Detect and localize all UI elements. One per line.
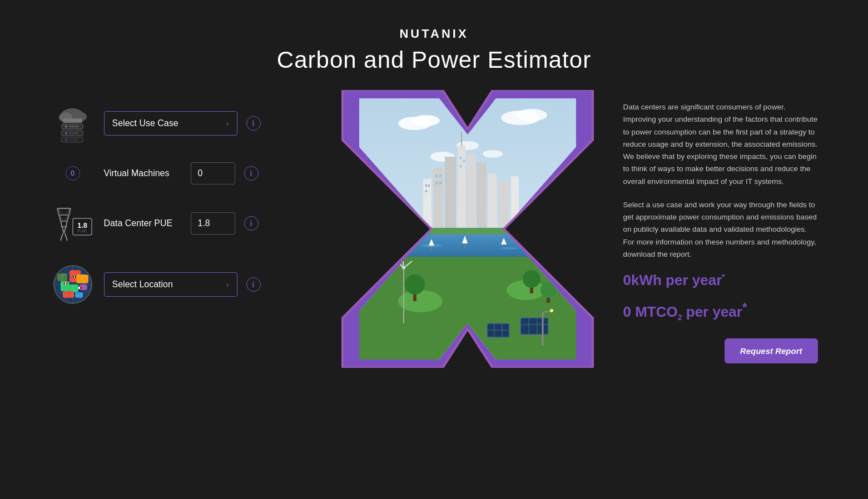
pue-icon-container: 1.8 PUE	[51, 201, 95, 246]
svg-rect-43	[65, 282, 66, 285]
header: NUTANIX Carbon and Power Estimator	[277, 0, 591, 84]
svg-point-92	[405, 275, 425, 295]
pue-tower-icon: 1.8 PUE	[52, 203, 93, 244]
center-graphic	[329, 90, 607, 368]
pue-label: Data Center PUE	[104, 218, 182, 228]
svg-rect-67	[498, 182, 509, 229]
use-case-info-button[interactable]: i	[246, 116, 261, 131]
svg-point-94	[523, 270, 540, 288]
vm-label: Virtual Machines	[104, 168, 182, 178]
svg-rect-70	[425, 184, 427, 187]
svg-line-24	[65, 233, 67, 241]
svg-rect-76	[439, 182, 442, 184]
svg-point-5	[65, 125, 67, 127]
svg-point-90	[398, 290, 443, 312]
svg-point-8	[65, 132, 67, 134]
vm-input[interactable]	[191, 162, 235, 184]
description-1: Data centers are significant consumers o…	[623, 101, 818, 188]
svg-rect-98	[520, 318, 548, 335]
svg-point-56	[516, 109, 547, 121]
mtco2-value: 0 MTCO2 per year*	[623, 303, 747, 320]
svg-rect-79	[460, 165, 462, 168]
svg-point-11	[65, 138, 67, 141]
location-info-button[interactable]: i	[246, 277, 261, 292]
svg-rect-97	[547, 298, 550, 303]
mtco2-suffix: per year	[682, 303, 742, 320]
request-report-button[interactable]: Request Report	[725, 338, 818, 363]
svg-rect-71	[428, 184, 430, 187]
main-content: Select Use Case › i 0 Virtual Machines i	[0, 84, 868, 368]
svg-rect-93	[413, 295, 416, 301]
mtco2-sup: *	[742, 300, 747, 314]
svg-rect-64	[467, 154, 475, 229]
svg-rect-3	[63, 118, 82, 123]
svg-rect-78	[463, 159, 465, 162]
svg-rect-72	[425, 190, 427, 192]
svg-rect-33	[76, 275, 88, 283]
svg-rect-66	[488, 173, 497, 229]
kwh-text: 0kWh per year	[623, 272, 722, 288]
svg-rect-12	[69, 139, 79, 141]
pue-info-button[interactable]: i	[244, 216, 259, 231]
mtco2-sub: 2	[678, 313, 682, 322]
location-label: Select Location	[112, 280, 173, 290]
svg-rect-9	[69, 132, 79, 134]
svg-point-108	[550, 309, 553, 312]
pue-row: 1.8 PUE Data Center PUE i	[51, 201, 318, 246]
svg-rect-73	[435, 174, 438, 177]
right-panel: Data centers are significant consumers o…	[607, 90, 818, 363]
use-case-select[interactable]: Select Use Case ›	[104, 111, 237, 136]
svg-point-83	[501, 247, 518, 250]
mtco2-text: 0 MTCO	[623, 303, 678, 320]
svg-rect-47	[78, 287, 80, 289]
svg-rect-6	[69, 126, 79, 127]
svg-rect-62	[445, 157, 456, 229]
use-case-row: Select Use Case › i	[51, 101, 318, 146]
vm-row: 0 Virtual Machines i	[51, 162, 318, 184]
location-arrow: ›	[226, 280, 229, 289]
svg-rect-74	[439, 174, 442, 177]
description-2: Select a use case and work your way thro…	[623, 199, 818, 261]
kwh-value: 0kWh per year*	[623, 272, 725, 288]
svg-text:1.8: 1.8	[77, 221, 87, 229]
location-row: Select Location › i	[51, 262, 318, 307]
vm-info-button[interactable]: i	[244, 166, 259, 181]
pue-input[interactable]	[191, 212, 235, 234]
svg-rect-95	[530, 288, 533, 293]
brand-logo: NUTANIX	[277, 27, 591, 41]
kwh-metric: 0kWh per year*	[623, 272, 818, 289]
svg-rect-75	[435, 182, 438, 184]
vm-icon-container: 0	[51, 166, 95, 181]
kwh-sup: *	[722, 273, 725, 282]
use-case-label: Select Use Case	[112, 118, 178, 128]
svg-rect-77	[460, 157, 462, 159]
mtco2-metric: 0 MTCO2 per year*	[623, 300, 818, 322]
svg-rect-34	[70, 285, 78, 292]
location-select[interactable]: Select Location ›	[104, 272, 237, 297]
svg-point-59	[483, 150, 503, 158]
page-wrapper: NUTANIX Carbon and Power Estimator	[0, 0, 868, 499]
left-panel: Select Use Case › i 0 Virtual Machines i	[51, 90, 329, 307]
use-case-arrow: ›	[226, 119, 229, 128]
vm-count-badge: 0	[66, 166, 80, 181]
server-icon-container	[51, 101, 95, 146]
svg-point-54	[412, 115, 440, 126]
svg-rect-65	[477, 162, 487, 229]
svg-line-23	[61, 233, 63, 241]
svg-rect-61	[433, 168, 443, 229]
server-cloud-icon	[52, 103, 93, 144]
svg-text:PUE: PUE	[77, 229, 87, 233]
page-title: Carbon and Power Estimator	[277, 47, 591, 73]
globe-icon	[53, 265, 93, 305]
nutanix-x-graphic	[331, 90, 604, 368]
svg-rect-45	[74, 276, 75, 278]
globe-icon-container	[51, 262, 95, 307]
